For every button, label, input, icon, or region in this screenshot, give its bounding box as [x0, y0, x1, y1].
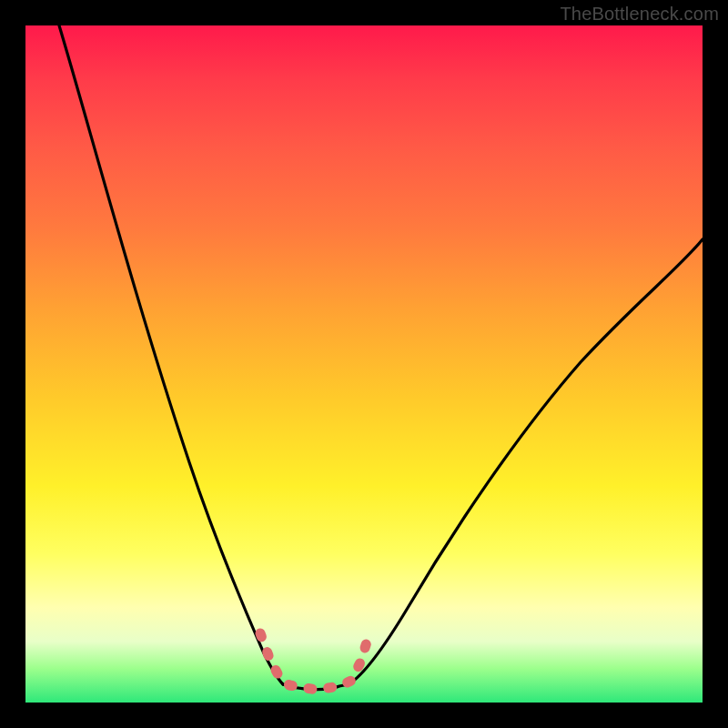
dashed-bracket — [260, 633, 369, 690]
bottleneck-curve — [25, 25, 703, 703]
plot-area — [25, 25, 703, 703]
curve-right-branch — [349, 239, 703, 684]
watermark-text: TheBottleneck.com — [560, 4, 719, 25]
chart-frame: TheBottleneck.com — [0, 0, 728, 728]
curve-left-branch — [59, 25, 283, 684]
